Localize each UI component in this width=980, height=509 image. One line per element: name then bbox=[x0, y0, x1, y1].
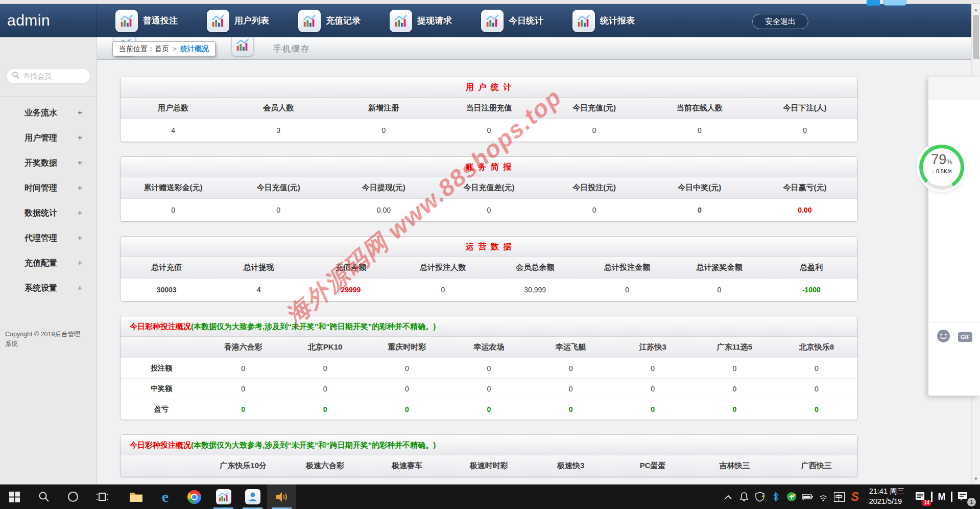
expand-plus-icon[interactable]: + bbox=[78, 275, 82, 300]
expand-plus-icon[interactable]: + bbox=[78, 200, 82, 225]
breadcrumb-current-link[interactable]: 统计概况 bbox=[180, 44, 209, 53]
notification-bell-icon[interactable] bbox=[736, 484, 752, 509]
column-header: 总计充值 bbox=[121, 263, 212, 272]
table-cell: 0 bbox=[436, 126, 541, 134]
expand-plus-icon[interactable]: + bbox=[78, 150, 82, 175]
remote-app-button[interactable] bbox=[238, 484, 267, 509]
sidebar-item-8[interactable]: 系统设置+ bbox=[0, 275, 97, 300]
network-signal-icon[interactable] bbox=[816, 484, 831, 509]
cortana-button[interactable] bbox=[58, 484, 87, 509]
column-header: 总盈利 bbox=[766, 263, 857, 272]
chart-icon bbox=[207, 10, 229, 32]
sogou-label: S bbox=[851, 490, 859, 504]
task-view-button[interactable] bbox=[87, 484, 116, 509]
expand-plus-icon[interactable]: + bbox=[78, 100, 82, 125]
expand-plus-icon[interactable]: + bbox=[78, 250, 82, 275]
table-title: 用 户 统 计 bbox=[121, 77, 857, 98]
sidebar-item-6[interactable]: 代理管理+ bbox=[0, 225, 97, 250]
message-center-icon[interactable]: 14 bbox=[911, 484, 931, 509]
sidebar-item-label: 开奖数据 bbox=[25, 150, 57, 175]
scrollbar-thumb[interactable] bbox=[973, 15, 979, 59]
action-center-icon[interactable]: 1 bbox=[952, 484, 974, 509]
member-search-box[interactable] bbox=[6, 68, 90, 84]
column-header: 累计赠送彩金(元) bbox=[121, 183, 226, 193]
nav-item-2[interactable]: 用户列表 bbox=[207, 10, 269, 32]
percent-sign: % bbox=[946, 158, 952, 166]
table-account-brief: 账 务 简 报累计赠送彩金(元)今日充值(元)今日提现(元)今日充值差(元)今日… bbox=[120, 156, 858, 222]
table-cell: 0 bbox=[612, 364, 694, 373]
nav-item-label: 今日统计 bbox=[509, 15, 543, 27]
nav-item-1[interactable]: 普通投注 bbox=[115, 10, 178, 32]
tray-chevron-up-icon[interactable] bbox=[721, 484, 736, 509]
taskbar-clock[interactable]: 21:41 周三 2021/5/19 bbox=[869, 487, 904, 506]
column-header: 今日提现(元) bbox=[331, 183, 436, 193]
emoji-icon[interactable] bbox=[937, 329, 950, 345]
download-progress-badge[interactable]: 79% ↑ 0.5K/s bbox=[919, 145, 964, 190]
column-header: 今日下注(人) bbox=[752, 103, 857, 113]
sidebar-item-7[interactable]: 充值配置+ bbox=[0, 250, 97, 275]
ime-indicator[interactable]: 中 bbox=[831, 484, 847, 509]
scroll-down-icon[interactable]: ▼ bbox=[972, 476, 980, 481]
column-header: 江苏快3 bbox=[612, 342, 694, 352]
column-header: 幸运农场 bbox=[448, 342, 530, 352]
start-button[interactable] bbox=[0, 484, 29, 509]
nav-item-6[interactable]: 统计报表 bbox=[572, 10, 635, 32]
column-header: 吉林快三 bbox=[694, 461, 775, 471]
scroll-up-icon[interactable]: ▲ bbox=[972, 7, 980, 12]
table-cell: 0 bbox=[436, 206, 541, 214]
subnav-item-2-label[interactable]: 手机缓存 bbox=[273, 44, 310, 55]
gif-icon[interactable]: GIF bbox=[958, 332, 972, 342]
sogou-icon[interactable]: S bbox=[847, 484, 863, 509]
sidebar-item-4[interactable]: 时间管理+ bbox=[0, 175, 97, 200]
taskbar-spacer bbox=[116, 484, 122, 509]
expand-plus-icon[interactable]: + bbox=[78, 175, 82, 200]
table-header-row: 用户总数会员人数新增注册当日注册充值今日充值(元)当前在线人数今日下注(人) bbox=[121, 98, 857, 119]
bluetooth-icon[interactable] bbox=[768, 484, 784, 509]
admin-app-button[interactable] bbox=[209, 484, 238, 509]
table-cell: 0 bbox=[581, 286, 673, 294]
table-header-row: 广东快乐10分极速六合彩极速赛车极速时时彩极速快3PC蛋蛋吉林快三广西快三 bbox=[121, 455, 857, 477]
expand-plus-icon[interactable]: + bbox=[78, 225, 82, 250]
m-app-icon[interactable]: M bbox=[931, 492, 952, 502]
chart-app-icon bbox=[216, 489, 231, 504]
sidebar-item-3[interactable]: 开奖数据+ bbox=[0, 150, 97, 175]
file-explorer-button[interactable] bbox=[122, 484, 151, 509]
breadcrumb-location: 当前位置：首页 bbox=[119, 44, 169, 53]
table-cell: 0 bbox=[331, 126, 436, 134]
logout-button[interactable]: 安全退出 bbox=[752, 14, 808, 29]
content-area: 手机缓存 当前位置：首页＞统计概况 用 户 统 计用户总数会员人数新增注册当日注… bbox=[97, 37, 980, 484]
sidebar-item-2[interactable]: 用户管理+ bbox=[0, 125, 97, 150]
statistics-tables: 用 户 统 计用户总数会员人数新增注册当日注册充值今日充值(元)当前在线人数今日… bbox=[120, 60, 858, 484]
battery-icon[interactable] bbox=[800, 484, 816, 509]
table-cell: 0 bbox=[397, 286, 489, 294]
nav-item-3[interactable]: 充值记录 bbox=[298, 10, 361, 32]
taskbar-search-button[interactable] bbox=[29, 484, 58, 509]
upload-speed: 0.5K/s bbox=[936, 168, 952, 174]
antivirus-icon[interactable] bbox=[784, 484, 800, 509]
audio-app-button[interactable] bbox=[267, 484, 296, 509]
sidebar-item-1[interactable]: 业务流水+ bbox=[0, 100, 97, 125]
table-cell: 0 bbox=[752, 126, 857, 134]
expand-plus-icon[interactable]: + bbox=[78, 125, 82, 150]
column-header: PC蛋蛋 bbox=[612, 461, 694, 471]
column-header: 极速赛车 bbox=[366, 461, 448, 471]
security-shield-icon[interactable]: ! bbox=[752, 484, 768, 509]
table-title: 今日彩种投注概况(本数据仅为大致参考,涉及到“未开奖”和“跨日期开奖”的彩种并不… bbox=[121, 316, 857, 337]
sidebar-item-5[interactable]: 数据统计+ bbox=[0, 200, 97, 225]
column-header: 用户总数 bbox=[121, 103, 226, 113]
subnav-item-2[interactable] bbox=[231, 37, 254, 56]
column-header: 今日充值(元) bbox=[226, 183, 331, 193]
table-header-row: 总计充值总计提现充值差额总计投注人数会员总余额总计投注金额总计派奖金额总盈利 bbox=[121, 257, 857, 279]
column-header: 广东11选5 bbox=[694, 342, 775, 352]
search-input[interactable] bbox=[23, 72, 79, 80]
chrome-browser-button[interactable] bbox=[180, 484, 209, 509]
nav-item-5[interactable]: 今日统计 bbox=[481, 10, 543, 32]
edge-browser-button[interactable]: e bbox=[151, 484, 180, 509]
message-badge: 14 bbox=[922, 500, 931, 506]
nav-item-4[interactable]: 提现请求 bbox=[390, 10, 452, 32]
chart-icon bbox=[231, 37, 254, 56]
table-cell: 0 bbox=[694, 385, 775, 393]
chart-icon bbox=[115, 10, 138, 32]
column-header: 北京PK10 bbox=[284, 342, 366, 352]
table-cell: 30003 bbox=[121, 286, 212, 294]
